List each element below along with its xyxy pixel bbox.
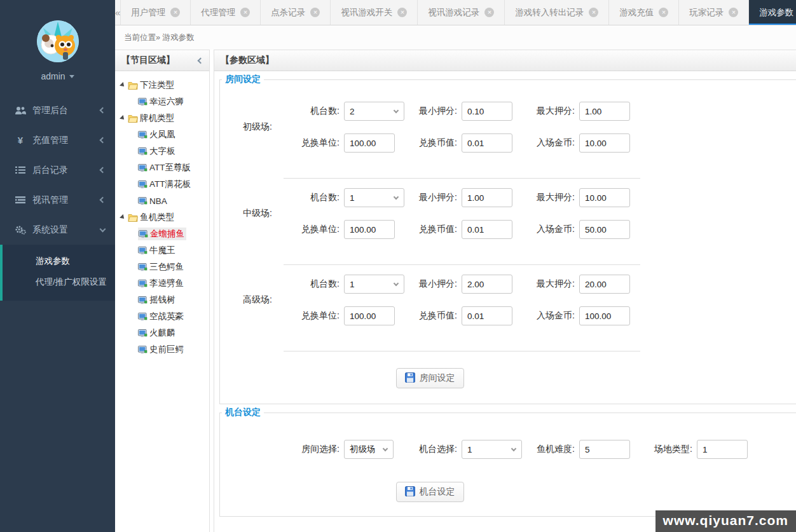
machines-select[interactable]: 1: [344, 188, 404, 207]
tree-leaf-bull-demon[interactable]: 牛魔王: [119, 242, 209, 259]
tree-leaf-prehistoric-croc[interactable]: 史前巨鳄: [119, 341, 209, 358]
exchange-rate-input[interactable]: [462, 133, 512, 153]
game-monitor-icon: [138, 197, 148, 205]
entry-coin-input[interactable]: [579, 306, 630, 325]
exchange-unit-input[interactable]: [344, 133, 395, 153]
tree-leaf-nba[interactable]: NBA: [119, 193, 209, 209]
main-area: « 用户管理 代理管理 点杀记录 视讯游戏开关 视讯游戏记录 游戏转入转出记录 …: [115, 0, 796, 532]
room-block-senior: 高级场: 机台数: 1 最小押分: 最大押分:: [220, 275, 796, 325]
tree-leaf-likui-fish[interactable]: 李逵劈鱼: [119, 275, 209, 292]
select-chevron-icon: [394, 194, 399, 199]
max-bet-label: 最大押分:: [525, 106, 575, 117]
max-bet-input[interactable]: [579, 275, 630, 294]
game-monitor-icon: [138, 280, 148, 288]
sidebar-item-recharge[interactable]: ¥ 充值管理: [0, 125, 115, 155]
tree-leaf-lucky-lions[interactable]: 幸运六狮: [119, 93, 209, 110]
exchange-rate-label: 兑换币值:: [408, 310, 457, 322]
tab-game-recharge[interactable]: 游戏充值: [609, 0, 679, 25]
max-bet-input[interactable]: [579, 102, 630, 121]
machines-select[interactable]: 2: [344, 102, 404, 121]
tree-folder-bet-type[interactable]: 下注类型: [119, 77, 209, 93]
max-bet-input[interactable]: [579, 188, 630, 207]
close-tab-icon[interactable]: [484, 8, 494, 17]
tree-leaf-golden-toad-fishing[interactable]: 金蟾捕鱼: [119, 226, 209, 242]
game-monitor-icon: [138, 346, 148, 354]
avatar: [37, 20, 79, 62]
tree-leaf-att-fullflower[interactable]: ATT满花板: [119, 176, 209, 193]
tree-expanded-caret-icon[interactable]: [120, 115, 126, 121]
exchange-unit-input[interactable]: [344, 220, 395, 239]
close-tab-icon[interactable]: [659, 8, 668, 17]
exchange-rate-input[interactable]: [462, 306, 512, 325]
entry-coin-input[interactable]: [579, 220, 630, 239]
close-tab-icon[interactable]: [240, 8, 250, 17]
tree-expanded-caret-icon[interactable]: [120, 214, 126, 221]
tabs-collapse-button[interactable]: «: [115, 0, 121, 25]
machines-select[interactable]: 1: [344, 275, 404, 294]
sidebar-item-backend-records[interactable]: 后台记录: [0, 155, 115, 185]
params-panel-header: 【参数区域】: [214, 50, 796, 71]
room-name-label: 中级场:: [243, 208, 290, 219]
select-chevron-icon: [394, 280, 399, 285]
tab-kill-records[interactable]: 点杀记录: [261, 0, 331, 25]
sidebar: admin 管理后台 ¥ 充值管理 后台记录 视讯管: [0, 0, 115, 532]
difficulty-input[interactable]: [579, 440, 630, 459]
tab-user-manage[interactable]: 用户管理: [121, 0, 191, 25]
users-icon: [14, 106, 27, 115]
entry-coin-label: 入场金币:: [525, 224, 575, 235]
tree-leaf-tricolor-crocodile[interactable]: 三色鳄鱼: [119, 259, 209, 275]
tree-leaf-att-supreme[interactable]: ATT至尊版: [119, 160, 209, 176]
tree-folder-card-machine[interactable]: 牌机类型: [119, 110, 209, 126]
room-select[interactable]: 初级场: [344, 440, 394, 459]
room-settings-save-button[interactable]: 房间设定: [396, 368, 464, 388]
machine-select[interactable]: 1: [462, 440, 522, 459]
machine-settings-save-button[interactable]: 机台设定: [396, 482, 464, 502]
submenu-item-agent-permission[interactable]: 代理/推广权限设置: [3, 271, 115, 292]
submenu-item-game-params[interactable]: 游戏参数: [3, 250, 115, 271]
sidebar-menu: 管理后台 ¥ 充值管理 后台记录 视讯管理 系统设置: [0, 95, 115, 301]
close-tab-icon[interactable]: [310, 8, 320, 17]
close-tab-icon[interactable]: [170, 8, 180, 17]
tree-folder-fish-machine[interactable]: 鱼机类型: [119, 209, 209, 226]
panel-collapse-icon[interactable]: [198, 57, 204, 64]
entry-coin-input[interactable]: [579, 133, 630, 153]
exchange-rate-input[interactable]: [462, 220, 512, 239]
game-monitor-icon: [138, 131, 148, 139]
min-bet-label: 最小押分:: [408, 278, 457, 290]
exchange-unit-label: 兑换单位:: [290, 137, 340, 149]
min-bet-input[interactable]: [462, 102, 512, 121]
close-tab-icon[interactable]: [729, 8, 738, 17]
tree-leaf-money-tree[interactable]: 摇钱树: [119, 292, 209, 308]
exchange-unit-label: 兑换单位:: [290, 224, 340, 235]
tab-game-params[interactable]: 游戏参数: [749, 0, 796, 25]
save-icon: [405, 372, 415, 385]
min-bet-input[interactable]: [462, 275, 512, 294]
game-monitor-icon: [138, 181, 148, 189]
sidebar-item-video-manage[interactable]: 视讯管理: [0, 185, 115, 215]
tree-leaf-big-board[interactable]: 大字板: [119, 143, 209, 160]
tab-transfer-records[interactable]: 游戏转入转出记录: [505, 0, 609, 25]
room-select-label: 房间选择:: [290, 444, 340, 455]
close-tab-icon[interactable]: [589, 8, 598, 17]
exchange-unit-input[interactable]: [344, 306, 395, 325]
close-tab-icon[interactable]: [397, 8, 407, 17]
chevron-left-icon: [100, 167, 106, 174]
field-type-input[interactable]: [697, 440, 748, 459]
tab-video-game-switch[interactable]: 视讯游戏开关: [331, 0, 418, 25]
tree-leaf-fire-phoenix[interactable]: 火凤凰: [119, 126, 209, 143]
sidebar-item-admin-backend[interactable]: 管理后台: [0, 95, 115, 125]
tree-leaf-air-combat[interactable]: 空战英豪: [119, 308, 209, 325]
tree-expanded-caret-icon[interactable]: [120, 82, 126, 88]
machine-settings-legend: 机台设定: [222, 407, 264, 418]
sidebar-item-label: 充值管理: [32, 135, 100, 146]
user-menu[interactable]: admin: [0, 71, 115, 81]
sidebar-item-system-settings[interactable]: 系统设置: [0, 215, 115, 245]
tab-player-records[interactable]: 玩家记录: [679, 0, 749, 25]
min-bet-input[interactable]: [462, 188, 512, 207]
tab-agent-manage[interactable]: 代理管理: [191, 0, 261, 25]
tab-video-game-records[interactable]: 视讯游戏记录: [418, 0, 505, 25]
tree-leaf-fire-qilin[interactable]: 火麒麟: [119, 325, 209, 341]
exchange-rate-label: 兑换币值:: [408, 137, 457, 149]
difficulty-label: 鱼机难度:: [525, 444, 575, 455]
category-tree-panel: 【节目区域】 下注类型 幸运六狮 牌机类型 火凤凰: [115, 50, 210, 532]
